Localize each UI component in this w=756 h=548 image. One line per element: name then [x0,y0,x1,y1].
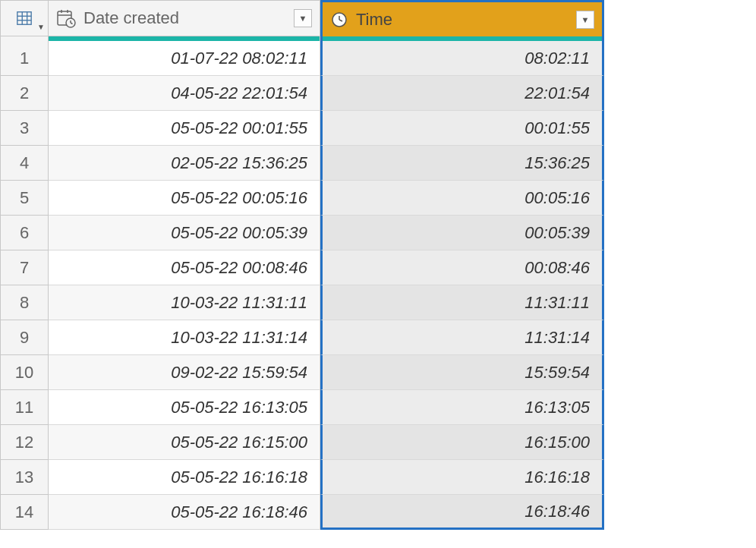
cell-date-created[interactable]: 05-05-22 00:05:16 [49,181,320,216]
cell-time[interactable]: 00:01:55 [320,111,604,146]
row-number-cell[interactable]: 8 [0,285,49,320]
column-header-date-created[interactable]: Date created ▼ [49,0,320,36]
row-number-cell[interactable]: 5 [0,181,49,216]
table-corner-cell[interactable]: ▼ [0,0,49,36]
cell-date-created[interactable]: 05-05-22 16:16:18 [49,460,320,495]
row-number-cell[interactable]: 10 [0,355,49,390]
cell-time[interactable]: 22:01:54 [320,76,604,111]
table-row[interactable]: 402-05-22 15:36:2515:36:25 [0,146,756,181]
row-number-cell[interactable]: 12 [0,425,49,460]
row-number-cell[interactable]: 11 [0,390,49,425]
cell-date-created[interactable]: 05-05-22 16:13:05 [49,390,320,425]
cell-date-created[interactable]: 04-05-22 22:01:54 [49,76,320,111]
table-row[interactable]: 1105-05-22 16:13:0516:13:05 [0,390,756,425]
cell-time[interactable]: 16:18:46 [320,495,604,530]
cell-date-created[interactable]: 05-05-22 00:08:46 [49,250,320,285]
table-row[interactable]: 1405-05-22 16:18:4616:18:46 [0,495,756,530]
cell-time[interactable]: 00:05:16 [320,181,604,216]
calendar-clock-icon [56,8,76,28]
table-row[interactable]: 305-05-22 00:01:5500:01:55 [0,111,756,146]
cell-date-created[interactable]: 05-05-22 16:15:00 [49,425,320,460]
cell-date-created[interactable]: 05-05-22 16:18:46 [49,495,320,530]
chevron-down-icon: ▼ [299,14,307,23]
row-number-cell[interactable]: 14 [0,495,49,530]
cell-date-created[interactable]: 05-05-22 00:05:39 [49,216,320,250]
row-number-cell[interactable]: 9 [0,320,49,355]
cell-time[interactable]: 16:13:05 [320,390,604,425]
table-row[interactable]: 705-05-22 00:08:4600:08:46 [0,250,756,285]
cell-time[interactable]: 11:31:11 [320,285,604,320]
cell-time[interactable]: 11:31:14 [320,320,604,355]
table-row[interactable]: 101-07-22 08:02:1108:02:11 [0,41,756,76]
data-table: ▼ Date created ▼ [0,0,756,530]
cell-date-created[interactable]: 05-05-22 00:01:55 [49,111,320,146]
row-number-cell[interactable]: 1 [0,41,49,76]
table-body: 101-07-22 08:02:1108:02:11204-05-22 22:0… [0,41,756,530]
cell-date-created[interactable]: 10-03-22 11:31:14 [49,320,320,355]
column-label: Date created [83,8,294,28]
table-row[interactable]: 910-03-22 11:31:1411:31:14 [0,320,756,355]
column-header-time[interactable]: Time ▼ [320,0,604,36]
cell-time[interactable]: 15:36:25 [320,146,604,181]
svg-rect-0 [17,12,31,25]
table-row[interactable]: 204-05-22 22:01:5422:01:54 [0,76,756,111]
clock-icon [330,11,348,29]
row-number-cell[interactable]: 7 [0,250,49,285]
chevron-down-icon: ▼ [37,23,45,31]
cell-date-created[interactable]: 10-03-22 11:31:11 [49,285,320,320]
table-row[interactable]: 1305-05-22 16:16:1816:16:18 [0,460,756,495]
column-filter-dropdown[interactable]: ▼ [294,9,312,27]
column-filter-dropdown[interactable]: ▼ [576,11,594,29]
header-row: ▼ Date created ▼ [0,0,756,36]
table-row[interactable]: 1205-05-22 16:15:0016:15:00 [0,425,756,460]
row-number-cell[interactable]: 4 [0,146,49,181]
row-number-cell[interactable]: 13 [0,460,49,495]
table-icon [16,10,33,27]
cell-time[interactable]: 00:08:46 [320,250,604,285]
cell-time[interactable]: 00:05:39 [320,216,604,250]
cell-time[interactable]: 16:16:18 [320,460,604,495]
row-number-cell[interactable]: 3 [0,111,49,146]
cell-date-created[interactable]: 09-02-22 15:59:54 [49,355,320,390]
row-number-cell[interactable]: 2 [0,76,49,111]
cell-date-created[interactable]: 02-05-22 15:36:25 [49,146,320,181]
row-number-cell[interactable]: 6 [0,216,49,250]
table-row[interactable]: 1009-02-22 15:59:5415:59:54 [0,355,756,390]
column-label: Time [356,10,576,30]
table-row[interactable]: 505-05-22 00:05:1600:05:16 [0,181,756,216]
cell-time[interactable]: 16:15:00 [320,425,604,460]
chevron-down-icon: ▼ [581,15,590,24]
table-row[interactable]: 810-03-22 11:31:1111:31:11 [0,285,756,320]
cell-date-created[interactable]: 01-07-22 08:02:11 [49,41,320,76]
table-row[interactable]: 605-05-22 00:05:3900:05:39 [0,216,756,250]
cell-time[interactable]: 08:02:11 [320,41,604,76]
cell-time[interactable]: 15:59:54 [320,355,604,390]
